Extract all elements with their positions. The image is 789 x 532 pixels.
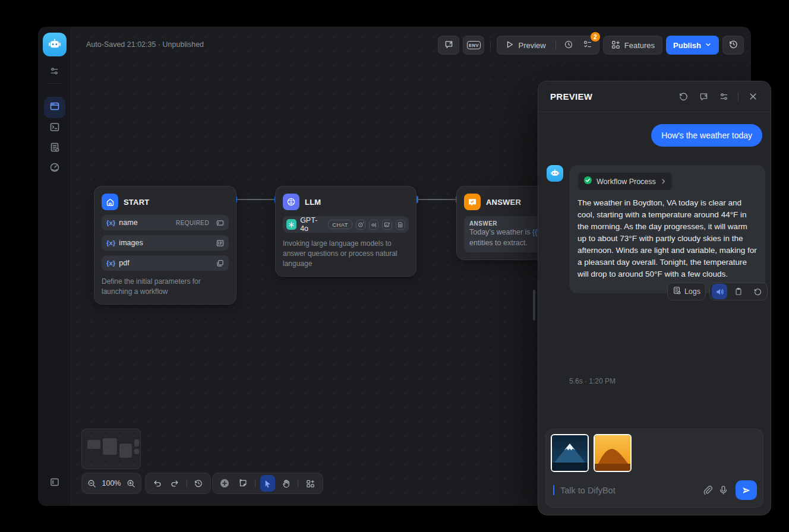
logs-document-icon — [49, 142, 60, 155]
required-badge: REQUIRED — [176, 220, 209, 226]
start-field-images[interactable]: {x} images — [102, 235, 229, 251]
zoom-level[interactable]: 100% — [100, 479, 123, 487]
text-cursor — [553, 485, 554, 495]
logs-button-label: Logs — [684, 287, 700, 296]
pointer-mode-button[interactable] — [260, 475, 275, 492]
terminal-icon — [49, 122, 60, 135]
zoom-in-button[interactable] — [127, 475, 137, 492]
node-llm-description: Invoking large language models to answer… — [283, 239, 409, 269]
chevron-down-icon — [705, 41, 712, 50]
conversation-settings-button[interactable] — [715, 88, 732, 105]
attached-image-blue-mountain[interactable] — [551, 434, 589, 472]
sidebar-item-orchestrate[interactable] — [44, 97, 65, 118]
preview-button-label: Preview — [518, 41, 545, 50]
message-check-icon — [464, 194, 481, 210]
home-icon — [102, 194, 118, 210]
redo-button[interactable] — [168, 475, 181, 492]
autosave-status: Auto-Saved 21:02:35 · Unpublished — [86, 40, 204, 49]
node-start-description: Define the initial parameters for launch… — [102, 277, 229, 297]
chat-input-card — [545, 429, 763, 508]
send-message-button[interactable] — [736, 480, 757, 500]
variable-icon: {x} — [106, 219, 115, 226]
close-panel-button[interactable] — [744, 88, 761, 105]
message-meta: 5.6s · 1:20 PM — [569, 377, 616, 385]
organize-layout-button[interactable] — [303, 475, 318, 492]
annotation-toggle-button[interactable] — [695, 88, 712, 105]
features-button[interactable]: Features — [603, 36, 662, 55]
attach-file-button[interactable] — [702, 485, 712, 495]
user-message-bubble: How's the weather today — [651, 124, 762, 147]
attached-image-orange-mountain[interactable] — [594, 434, 632, 472]
document-capability-icon — [396, 220, 405, 230]
logs-button[interactable]: Logs — [667, 283, 706, 300]
env-variables-button[interactable]: ENV — [463, 36, 484, 55]
llm-brain-icon — [283, 194, 299, 210]
edge-llm-answer — [418, 199, 457, 200]
add-note-button[interactable] — [236, 475, 251, 492]
publish-button[interactable]: Publish — [666, 36, 719, 55]
bot-message-text: The weather in Boydton, VA today is clea… — [577, 197, 757, 280]
llm-mode-badge: CHAT — [328, 220, 352, 229]
audio-capability-icon — [369, 220, 378, 230]
version-history-button[interactable] — [722, 36, 744, 55]
sidebar-item-monitoring[interactable] — [44, 158, 65, 179]
checklist-button[interactable]: 2 — [579, 37, 597, 53]
collapse-sidebar-button[interactable] — [46, 475, 63, 492]
llm-model-selector[interactable]: GPT-4o CHAT — [283, 216, 409, 233]
minimap[interactable] — [81, 429, 141, 469]
start-field-pdf[interactable]: {x} pdf — [102, 255, 229, 271]
preview-button-group: Preview 2 — [497, 36, 599, 55]
node-start[interactable]: START {x} name REQUIRED {x} images {x} p… — [94, 186, 236, 305]
files-icon — [216, 259, 224, 267]
app-avatar[interactable] — [43, 33, 67, 56]
chat-input[interactable] — [560, 486, 696, 495]
sidebar-item-logs[interactable] — [44, 138, 65, 159]
node-llm[interactable]: LLM GPT-4o CHAT Invoking large language … — [275, 186, 416, 277]
field-label: pdf — [119, 259, 129, 267]
run-preview-button[interactable]: Preview — [500, 36, 551, 54]
restart-conversation-button[interactable] — [675, 88, 692, 105]
canvas-scrollbar[interactable] — [533, 290, 535, 321]
edge-start-llm — [237, 199, 276, 200]
undo-button[interactable] — [150, 475, 164, 492]
regenerate-button[interactable] — [750, 284, 765, 299]
vision-capability-icon — [356, 220, 365, 230]
chat-x-icon — [444, 39, 454, 51]
node-start-title: START — [124, 198, 149, 207]
logs-icon — [673, 286, 681, 297]
field-label: name — [119, 218, 137, 227]
text-input-icon — [216, 219, 224, 227]
undo-toolbar — [145, 473, 211, 494]
success-check-icon — [583, 176, 592, 187]
voice-input-button[interactable] — [718, 485, 728, 495]
hand-mode-button[interactable] — [279, 475, 293, 492]
message-actions-toolbar — [709, 283, 768, 300]
zoom-out-button[interactable] — [87, 475, 97, 492]
run-history-button[interactable] — [560, 37, 577, 53]
clock-play-icon — [564, 40, 573, 51]
topbar-divider — [490, 40, 491, 50]
change-history-button[interactable] — [192, 475, 206, 492]
app-settings-button[interactable] — [44, 61, 65, 83]
add-node-button[interactable] — [217, 475, 232, 492]
variable-icon: {x} — [106, 259, 115, 267]
sidebar-item-api[interactable] — [44, 118, 65, 139]
llm-model-name: GPT-4o — [300, 216, 324, 233]
workflow-process-label: Workflow Process — [597, 178, 656, 186]
openai-icon — [286, 219, 296, 230]
workflow-process-toggle[interactable]: Workflow Process — [577, 172, 673, 191]
features-button-label: Features — [624, 41, 655, 50]
start-field-name[interactable]: {x} name REQUIRED — [102, 215, 229, 230]
paragraph-icon — [216, 239, 224, 247]
field-label: images — [119, 239, 143, 247]
annotation-button[interactable] — [438, 36, 459, 55]
answer-template-line2: entities to extract. — [469, 239, 528, 247]
sliders-icon — [49, 66, 59, 78]
copy-button[interactable] — [731, 284, 746, 299]
history-icon — [728, 39, 738, 51]
text-to-speech-button[interactable] — [712, 284, 727, 299]
bot-avatar — [547, 165, 563, 182]
bot-message-bubble: Workflow Process The weather in Boydton,… — [569, 165, 765, 293]
chevron-right-icon — [660, 176, 667, 187]
sidebar-divider — [48, 83, 62, 84]
